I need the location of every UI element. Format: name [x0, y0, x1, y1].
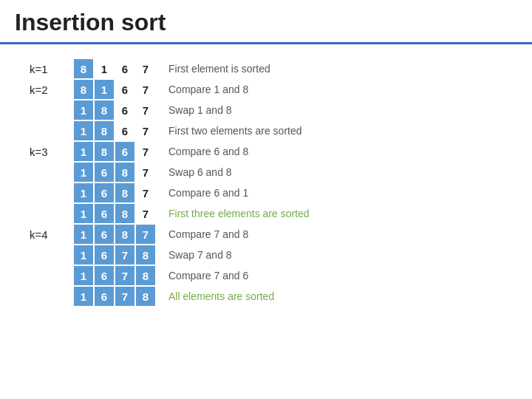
grid-cell: 1: [74, 121, 93, 140]
grid-cell: 1: [74, 225, 93, 244]
grid-cell: 7: [115, 287, 134, 306]
row-description: Compare 7 and 6: [168, 270, 248, 282]
grid-cell: 6: [95, 183, 114, 202]
row-description: Compare 1 and 8: [168, 83, 248, 95]
cell-grid: 1867: [74, 121, 155, 140]
grid-cell: 6: [95, 245, 114, 265]
grid-cell: 8: [95, 100, 114, 120]
row-description: Compare 6 and 1: [168, 187, 248, 199]
row-description: Compare 6 and 8: [168, 146, 248, 157]
table-row: 1687Compare 6 and 1: [30, 183, 502, 202]
cell-grid: 1687: [74, 204, 155, 223]
row-description: Swap 7 and 8: [168, 249, 232, 261]
cell-grid: 1867: [74, 142, 155, 161]
grid-cell: 7: [115, 245, 134, 265]
grid-cell: 8: [136, 245, 155, 265]
grid-cell: 7: [115, 266, 134, 285]
grid-cell: 7: [136, 163, 155, 182]
row-description: First three elements are sorted: [168, 208, 310, 219]
cell-grid: 1867: [74, 100, 155, 120]
k-label: k=2: [30, 83, 74, 96]
grid-cell: 7: [136, 100, 155, 120]
cell-grid: 1687: [74, 183, 155, 202]
grid-cell: 1: [74, 287, 93, 306]
grid-cell: 7: [136, 59, 155, 78]
cell-grid: 8167: [74, 59, 155, 78]
grid-cell: 8: [95, 142, 114, 161]
grid-cell: 6: [95, 287, 114, 306]
table-row: k=31867Compare 6 and 8: [30, 142, 502, 161]
table-row: 1687Swap 6 and 8: [30, 163, 502, 182]
grid-cell: 7: [136, 80, 155, 99]
page-header: Insertion sort: [0, 0, 532, 44]
grid-cell: 6: [115, 59, 134, 78]
cell-grid: 1678: [74, 266, 155, 285]
k-label: k=4: [30, 228, 74, 241]
grid-cell: 1: [95, 80, 114, 99]
table-row: 1867First two elements are sorted: [30, 121, 502, 140]
row-description: Swap 6 and 8: [168, 166, 232, 178]
grid-cell: 6: [95, 163, 114, 182]
grid-cell: 8: [95, 121, 114, 140]
grid-cell: 7: [136, 204, 155, 223]
grid-cell: 7: [136, 225, 155, 244]
grid-cell: 1: [74, 142, 93, 161]
row-description: All elements are sorted: [168, 290, 274, 302]
cell-grid: 1678: [74, 245, 155, 265]
grid-cell: 8: [115, 225, 134, 244]
grid-cell: 8: [115, 183, 134, 202]
row-description: First two elements are sorted: [168, 125, 302, 137]
grid-cell: 8: [74, 80, 93, 99]
cell-grid: 1678: [74, 287, 155, 306]
grid-cell: 6: [115, 80, 134, 99]
grid-cell: 7: [136, 121, 155, 140]
table-row: 1678All elements are sorted: [30, 287, 502, 306]
grid-cell: 6: [115, 100, 134, 120]
grid-cell: 7: [136, 183, 155, 202]
grid-cell: 1: [74, 266, 93, 285]
grid-cell: 8: [136, 287, 155, 306]
grid-cell: 1: [74, 163, 93, 182]
grid-cell: 7: [136, 142, 155, 161]
page-title: Insertion sort: [15, 9, 517, 36]
grid-cell: 6: [95, 225, 114, 244]
table-row: k=18167First element is sorted: [30, 59, 502, 78]
main-content: k=18167First element is sortedk=28167Com…: [0, 44, 532, 322]
grid-cell: 1: [74, 100, 93, 120]
table-row: 1678Compare 7 and 6: [30, 266, 502, 285]
grid-cell: 1: [74, 204, 93, 223]
grid-cell: 8: [136, 266, 155, 285]
cell-grid: 1687: [74, 225, 155, 244]
table-row: k=28167Compare 1 and 8: [30, 80, 502, 99]
table-row: k=41687Compare 7 and 8: [30, 225, 502, 244]
grid-cell: 6: [95, 266, 114, 285]
grid-cell: 6: [115, 121, 134, 140]
grid-cell: 6: [115, 142, 134, 161]
k-label: k=3: [30, 146, 74, 158]
grid-cell: 8: [74, 59, 93, 78]
grid-cell: 1: [95, 59, 114, 78]
grid-cell: 1: [74, 245, 93, 265]
row-description: First element is sorted: [168, 63, 270, 75]
row-description: Swap 1 and 8: [168, 104, 232, 116]
table-row: 1867Swap 1 and 8: [30, 100, 502, 120]
row-description: Compare 7 and 8: [168, 228, 248, 240]
table-row: 1678Swap 7 and 8: [30, 245, 502, 265]
grid-cell: 8: [115, 204, 134, 223]
grid-cell: 6: [95, 204, 114, 223]
grid-cell: 8: [115, 163, 134, 182]
cell-grid: 1687: [74, 163, 155, 182]
table-row: 1687First three elements are sorted: [30, 204, 502, 223]
k-label: k=1: [30, 63, 74, 75]
cell-grid: 8167: [74, 80, 155, 99]
grid-cell: 1: [74, 183, 93, 202]
